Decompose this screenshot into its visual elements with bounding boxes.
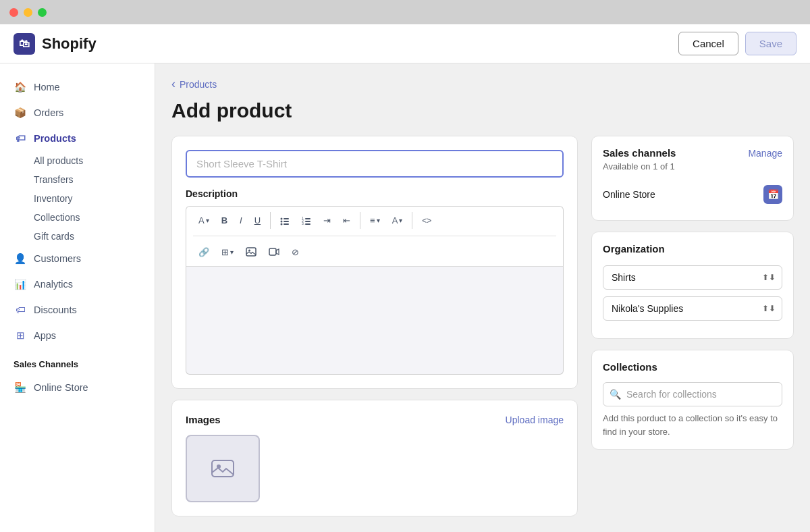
- toolbar-color-btn[interactable]: A ▾: [387, 212, 408, 229]
- sidebar: 🏠 Home 📦 Orders 🏷 Products All products …: [0, 63, 155, 532]
- sidebar-sub-all-products[interactable]: All products: [0, 151, 155, 170]
- sidebar-sub-inventory[interactable]: Inventory: [0, 189, 155, 208]
- product-title-input[interactable]: [186, 150, 564, 178]
- sidebar-sub-transfers[interactable]: Transfers: [0, 170, 155, 189]
- logo-area: 🛍 Shopify: [14, 33, 97, 55]
- toolbar-italic-btn[interactable]: I: [234, 212, 248, 229]
- svg-point-13: [248, 250, 250, 252]
- image-placeholder: [186, 435, 260, 502]
- vendor-wrapper: Nikola's Supplies Other Vendor ⬆⬇: [603, 296, 782, 321]
- svg-rect-3: [284, 221, 289, 222]
- sidebar-item-products[interactable]: 🏷 Products: [0, 126, 155, 151]
- save-button[interactable]: Save: [745, 32, 796, 55]
- close-button[interactable]: [9, 8, 18, 17]
- toolbar-align-btn[interactable]: ≡ ▾: [364, 212, 385, 229]
- images-header: Images Upload image: [186, 414, 564, 425]
- editor-toolbar: A ▾ B I U 1.2.3. ⇥ ⇤: [186, 206, 564, 267]
- svg-rect-11: [305, 223, 310, 225]
- content-grid: Description A ▾ B I U: [171, 136, 794, 516]
- svg-rect-14: [269, 248, 276, 255]
- discount-icon: 🏷: [14, 303, 27, 317]
- toolbar-indent-btn[interactable]: ⇥: [318, 212, 336, 229]
- toolbar-video-btn[interactable]: [263, 243, 285, 261]
- toolbar-divider-2: [360, 212, 360, 229]
- toolbar-ul-btn[interactable]: [275, 213, 295, 229]
- sidebar-item-orders[interactable]: 📦 Orders: [0, 100, 155, 126]
- chart-icon: 📊: [14, 277, 27, 291]
- sidebar-item-customers[interactable]: 👤 Customers: [0, 246, 155, 271]
- minimize-button[interactable]: [24, 8, 32, 17]
- toolbar-table-btn[interactable]: ⊞ ▾: [216, 244, 239, 261]
- sidebar-sub-collections[interactable]: Collections: [0, 208, 155, 227]
- back-arrow[interactable]: ‹: [171, 77, 176, 91]
- toolbar-code-btn[interactable]: <>: [416, 213, 437, 229]
- manage-link[interactable]: Manage: [748, 148, 782, 159]
- toolbar-image-btn[interactable]: [240, 243, 262, 261]
- sidebar-item-discounts[interactable]: 🏷 Discounts: [0, 297, 155, 323]
- calendar-icon[interactable]: 📅: [763, 185, 782, 204]
- toolbar-underline-btn[interactable]: U: [249, 212, 266, 229]
- apps-icon: ⊞: [14, 329, 27, 342]
- maximize-button[interactable]: [38, 8, 47, 17]
- sc-header: Sales channels Manage: [603, 147, 782, 159]
- sidebar-item-apps[interactable]: ⊞ Apps: [0, 323, 155, 348]
- title-bar: [0, 0, 810, 24]
- sidebar-item-home[interactable]: 🏠 Home: [0, 74, 155, 100]
- cancel-button[interactable]: Cancel: [678, 32, 738, 55]
- toolbar-font-btn[interactable]: A ▾: [193, 212, 215, 229]
- store-icon: 🏪: [14, 381, 27, 394]
- collections-header: Collections: [603, 361, 782, 373]
- svg-rect-12: [246, 248, 256, 256]
- sidebar-item-online-store[interactable]: 🏪 Online Store: [0, 375, 155, 400]
- orders-icon: 📦: [14, 106, 27, 119]
- svg-rect-9: [305, 221, 310, 222]
- svg-rect-7: [305, 218, 310, 219]
- home-icon: 🏠: [14, 80, 27, 94]
- svg-text:3.: 3.: [302, 221, 304, 225]
- toolbar-divider-1: [270, 212, 271, 229]
- toolbar-clear-btn[interactable]: ⊘: [286, 244, 304, 261]
- toolbar-outdent-btn[interactable]: ⇤: [338, 212, 356, 229]
- main-content: ‹ Products Add product Description A ▾: [155, 63, 810, 532]
- toolbar-bold-btn[interactable]: B: [216, 212, 233, 229]
- top-header: 🛍 Shopify Cancel Save: [0, 24, 810, 63]
- tag-icon: 🏷: [14, 132, 27, 145]
- toolbar-ol-btn[interactable]: 1.2.3.: [296, 213, 317, 229]
- toolbar-link-btn[interactable]: 🔗: [193, 244, 215, 261]
- sidebar-sub-gift-cards[interactable]: Gift cards: [0, 227, 155, 246]
- svg-point-0: [281, 217, 283, 219]
- description-label: Description: [186, 188, 564, 199]
- svg-rect-1: [284, 218, 289, 219]
- breadcrumb-products-link[interactable]: Products: [180, 79, 217, 90]
- online-store-label: Online Store: [603, 189, 655, 200]
- org-title: Organization: [603, 243, 665, 255]
- images-card: Images Upload image: [171, 400, 578, 516]
- product-type-wrapper: Shirts Pants Accessories ⬆⬇: [603, 265, 782, 290]
- right-panel: Sales channels Manage Available on 1 of …: [591, 136, 794, 450]
- product-type-select[interactable]: Shirts Pants Accessories: [603, 265, 782, 290]
- upload-image-link[interactable]: Upload image: [506, 415, 564, 425]
- svg-rect-15: [212, 460, 234, 477]
- breadcrumb: ‹ Products: [171, 77, 794, 91]
- app-layout: 🏠 Home 📦 Orders 🏷 Products All products …: [0, 63, 810, 532]
- sales-channels-title: Sales Channels: [0, 348, 155, 375]
- person-icon: 👤: [14, 252, 27, 265]
- collections-card: Collections 🔍 Add this porduct to a coll…: [591, 350, 794, 450]
- sc-store-row: Online Store 📅: [603, 180, 782, 209]
- collections-search-input[interactable]: [603, 382, 782, 406]
- images-title: Images: [186, 414, 221, 425]
- collections-search-wrapper: 🔍: [603, 382, 782, 406]
- left-panel: Description A ▾ B I U: [171, 136, 578, 516]
- shopify-logo-icon: 🛍: [14, 33, 35, 55]
- svg-point-4: [281, 223, 283, 225]
- sales-channels-card: Sales channels Manage Available on 1 of …: [591, 136, 794, 221]
- sidebar-item-analytics[interactable]: 📊 Analytics: [0, 271, 155, 297]
- toolbar-row-1: A ▾ B I U 1.2.3. ⇥ ⇤: [193, 212, 437, 229]
- availability-text: Available on 1 of 1: [603, 161, 782, 171]
- product-card: Description A ▾ B I U: [171, 136, 578, 389]
- org-header: Organization: [603, 243, 782, 255]
- app-title: Shopify: [42, 35, 97, 53]
- header-actions: Cancel Save: [678, 32, 796, 55]
- vendor-select[interactable]: Nikola's Supplies Other Vendor: [603, 296, 782, 321]
- editor-body[interactable]: [186, 267, 564, 375]
